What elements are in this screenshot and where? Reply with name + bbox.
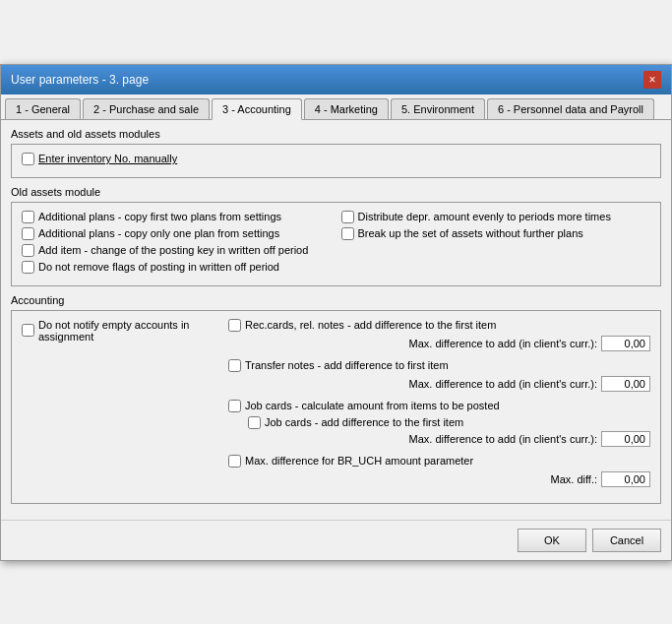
job-cards-input-label: Max. difference to add (in client's curr… xyxy=(409,433,597,445)
old-assets-left: Additional plans - copy first two plans … xyxy=(22,211,332,278)
rec-cards-checkbox[interactable] xyxy=(228,319,241,332)
old-assets-rcb1-label: Distribute depr. amount evenly to period… xyxy=(358,211,611,222)
old-assets-right: Distribute depr. amount evenly to period… xyxy=(341,211,651,278)
tab-purchase-sale[interactable]: 2 - Purchase and sale xyxy=(83,98,210,119)
tab-accounting[interactable]: 3 - Accounting xyxy=(212,98,302,120)
notify-accounts-row: Do not notify empty accounts in assignme… xyxy=(22,319,218,343)
close-button[interactable]: × xyxy=(643,71,661,89)
accounting-section: Accounting Do not notify empty accounts … xyxy=(11,294,661,504)
rec-cards-input[interactable] xyxy=(601,336,650,351)
enter-inventory-checkbox[interactable] xyxy=(22,153,34,165)
rec-cards-input-row: Max. difference to add (in client's curr… xyxy=(228,336,650,351)
tab-environment[interactable]: 5. Environment xyxy=(391,98,485,119)
job-cards-checkbox[interactable] xyxy=(228,400,241,412)
job-cards-input-row: Max. difference to add (in client's curr… xyxy=(228,431,650,447)
transfer-notes-checkbox[interactable] xyxy=(228,359,241,372)
job-cards-group: Job cards - calculate amount from items … xyxy=(228,400,650,447)
job-cards-input[interactable] xyxy=(601,431,650,447)
max-diff-group: Max. difference for BR_UCH amount parame… xyxy=(228,455,650,487)
max-diff-row: Max. difference for BR_UCH amount parame… xyxy=(228,455,650,468)
job-cards-sub-label: Job cards - add difference to the first … xyxy=(265,416,463,428)
old-assets-rcb1[interactable] xyxy=(341,211,354,223)
transfer-notes-row: Transfer notes - add difference to first… xyxy=(228,359,650,372)
enter-inventory-row: Enter inventory No. manually xyxy=(22,153,650,165)
old-assets-cb3-row: Add item - change of the posting key in … xyxy=(22,244,332,257)
old-assets-cb1-label: Additional plans - copy first two plans … xyxy=(38,211,281,222)
accounting-section-box: Do not notify empty accounts in assignme… xyxy=(11,310,661,504)
transfer-notes-label: Transfer notes - add difference to first… xyxy=(245,359,449,371)
old-assets-rcb2-row: Break up the set of assets without furth… xyxy=(341,227,651,240)
transfer-notes-input-label: Max. difference to add (in client's curr… xyxy=(409,378,597,390)
tab-bar: 1 - General 2 - Purchase and sale 3 - Ac… xyxy=(1,94,671,120)
job-cards-sub-row: Job cards - add difference to the first … xyxy=(228,416,650,429)
max-diff-label: Max. difference for BR_UCH amount parame… xyxy=(245,455,473,467)
transfer-notes-input[interactable] xyxy=(601,376,650,392)
old-assets-rcb1-row: Distribute depr. amount evenly to period… xyxy=(341,211,651,223)
dialog-title: User parameters - 3. page xyxy=(11,73,149,87)
old-assets-rcb2[interactable] xyxy=(341,227,354,240)
assets-section: Assets and old assets modules Enter inve… xyxy=(11,128,661,178)
job-cards-row: Job cards - calculate amount from items … xyxy=(228,400,650,412)
max-diff-input[interactable] xyxy=(601,471,650,487)
accounting-columns: Do not notify empty accounts in assignme… xyxy=(22,319,650,495)
old-assets-rcb2-label: Break up the set of assets without furth… xyxy=(358,227,583,239)
tab-marketing[interactable]: 4 - Marketing xyxy=(304,98,389,119)
rec-cards-group: Rec.cards, rel. notes - add difference t… xyxy=(228,319,650,351)
max-diff-input-row: Max. diff.: xyxy=(228,471,650,487)
job-cards-sub-checkbox[interactable] xyxy=(248,416,261,429)
title-bar: User parameters - 3. page × xyxy=(1,65,671,94)
job-cards-label: Job cards - calculate amount from items … xyxy=(245,400,500,411)
old-assets-title: Old assets module xyxy=(11,186,661,198)
old-assets-cb2-label: Additional plans - copy only one plan fr… xyxy=(38,227,279,239)
assets-section-box: Enter inventory No. manually xyxy=(11,144,661,178)
old-assets-section: Old assets module Additional plans - cop… xyxy=(11,186,661,286)
cancel-button[interactable]: Cancel xyxy=(592,529,661,552)
main-content: Assets and old assets modules Enter inve… xyxy=(1,120,671,520)
old-assets-cb3[interactable] xyxy=(22,244,34,257)
old-assets-cb3-label: Add item - change of the posting key in … xyxy=(38,244,308,256)
old-assets-cb1[interactable] xyxy=(22,211,34,223)
dialog-footer: OK Cancel xyxy=(1,520,671,560)
tab-general[interactable]: 1 - General xyxy=(5,98,81,119)
enter-inventory-label: Enter inventory No. manually xyxy=(38,153,177,164)
dialog: User parameters - 3. page × 1 - General … xyxy=(0,64,672,561)
rec-cards-input-label: Max. difference to add (in client's curr… xyxy=(409,338,597,349)
old-assets-columns: Additional plans - copy first two plans … xyxy=(22,211,650,278)
rec-cards-label: Rec.cards, rel. notes - add difference t… xyxy=(245,319,496,331)
tab-personnel[interactable]: 6 - Personnel data and Payroll xyxy=(487,98,654,119)
max-diff-checkbox[interactable] xyxy=(228,455,241,468)
notify-accounts-label: Do not notify empty accounts in assignme… xyxy=(38,319,218,343)
max-diff-input-label: Max. diff.: xyxy=(551,473,597,485)
accounting-right: Rec.cards, rel. notes - add difference t… xyxy=(228,319,650,495)
assets-section-title: Assets and old assets modules xyxy=(11,128,661,140)
rec-cards-row: Rec.cards, rel. notes - add difference t… xyxy=(228,319,650,332)
old-assets-cb2-row: Additional plans - copy only one plan fr… xyxy=(22,227,332,240)
accounting-section-title: Accounting xyxy=(11,294,661,306)
old-assets-cb1-row: Additional plans - copy first two plans … xyxy=(22,211,332,223)
old-assets-cb2[interactable] xyxy=(22,227,34,240)
old-assets-cb4[interactable] xyxy=(22,261,34,274)
old-assets-cb4-row: Do not remove flags of posting in writte… xyxy=(22,261,332,274)
notify-accounts-checkbox[interactable] xyxy=(22,324,34,337)
old-assets-box: Additional plans - copy first two plans … xyxy=(11,202,661,286)
accounting-left: Do not notify empty accounts in assignme… xyxy=(22,319,218,495)
old-assets-cb4-label: Do not remove flags of posting in writte… xyxy=(38,261,279,273)
transfer-notes-group: Transfer notes - add difference to first… xyxy=(228,359,650,392)
ok-button[interactable]: OK xyxy=(518,529,586,552)
transfer-notes-input-row: Max. difference to add (in client's curr… xyxy=(228,376,650,392)
